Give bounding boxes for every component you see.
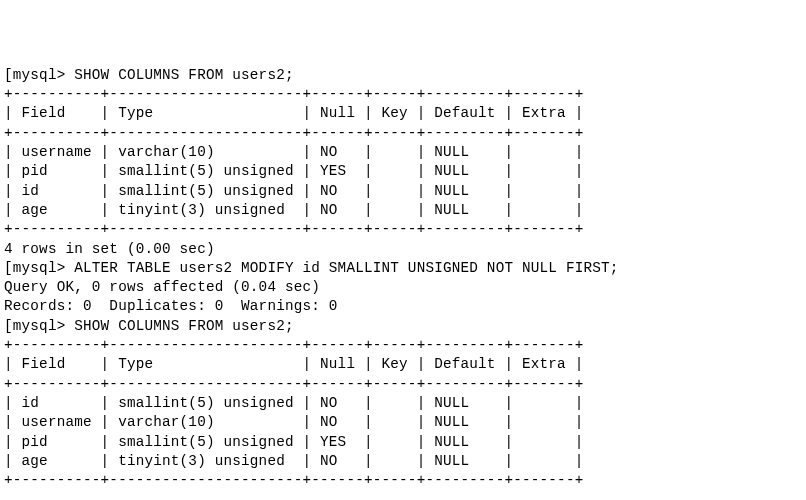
alter-table-output: [mysql> ALTER TABLE users2 MODIFY id SMA… xyxy=(4,259,802,317)
show-columns-output-2: [mysql> SHOW COLUMNS FROM users2; +-----… xyxy=(4,317,802,500)
mysql-terminal-output: [mysql> SHOW COLUMNS FROM users2; +-----… xyxy=(4,66,802,500)
show-columns-output-1: [mysql> SHOW COLUMNS FROM users2; +-----… xyxy=(4,66,802,259)
